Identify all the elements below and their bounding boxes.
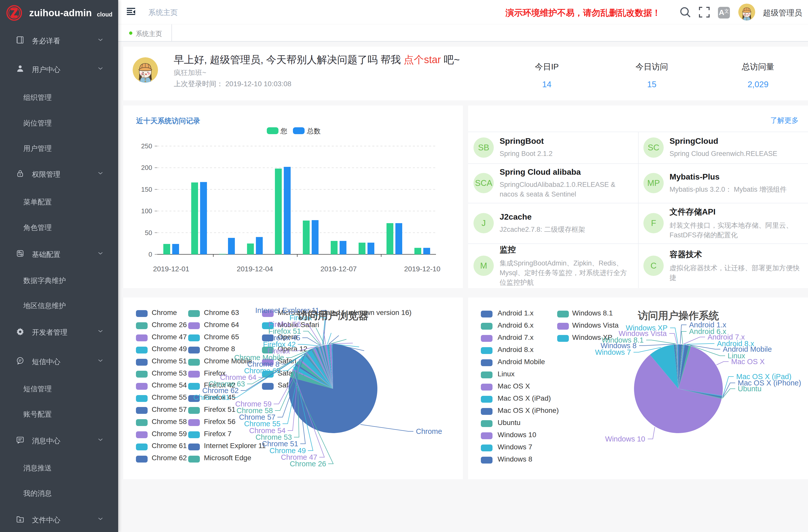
svg-text:0: 0 bbox=[149, 251, 152, 258]
svg-text:Chrome 26: Chrome 26 bbox=[290, 460, 326, 468]
svg-text:Ubuntu: Ubuntu bbox=[738, 385, 761, 393]
svg-text:Windows 7: Windows 7 bbox=[595, 348, 631, 356]
svg-text:2019-12-04: 2019-12-04 bbox=[237, 265, 273, 273]
svg-text:100: 100 bbox=[141, 207, 152, 215]
svg-text:Chrome: Chrome bbox=[416, 427, 442, 435]
svg-text:50: 50 bbox=[145, 229, 152, 237]
svg-text:2019-12-07: 2019-12-07 bbox=[320, 265, 356, 273]
svg-text:Chrome 61: Chrome 61 bbox=[194, 393, 230, 401]
svg-text:250: 250 bbox=[141, 142, 152, 150]
svg-text:150: 150 bbox=[141, 186, 152, 193]
svg-text:Mac OS X: Mac OS X bbox=[731, 357, 765, 366]
svg-text:2019-12-01: 2019-12-01 bbox=[153, 265, 189, 273]
svg-text:200: 200 bbox=[141, 164, 152, 171]
svg-text:Windows 10: Windows 10 bbox=[605, 435, 645, 443]
svg-text:2019-12-10: 2019-12-10 bbox=[404, 265, 440, 273]
